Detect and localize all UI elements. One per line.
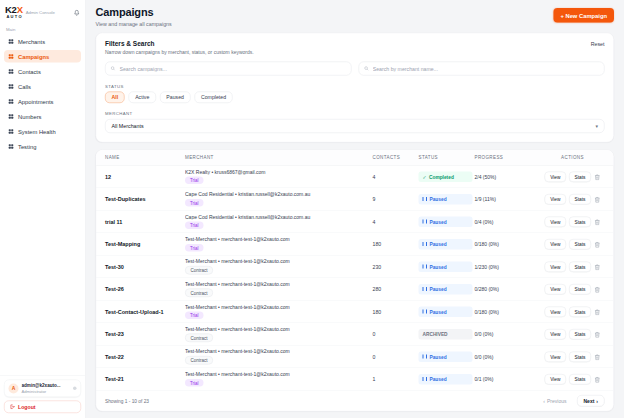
next-page-button[interactable]: Next› — [577, 395, 605, 407]
sidebar-item-system-health[interactable]: System Health — [4, 125, 81, 138]
status-badge: Paused — [419, 216, 473, 227]
logout-button[interactable]: Logout — [4, 401, 81, 414]
progress-text: 0/1 (0%) — [475, 376, 541, 382]
status-badge: Paused — [419, 194, 473, 205]
merchant-select[interactable]: All Merchants ▾ — [105, 119, 605, 133]
view-button[interactable]: View — [545, 194, 566, 205]
trash-icon[interactable] — [594, 308, 601, 315]
app-window: K2X AUTO Admin Console Main Merchants Ca… — [0, 0, 624, 418]
stats-button[interactable]: Stats — [569, 374, 591, 385]
sidebar-item-label: Merchants — [18, 38, 45, 45]
row-actions: View Stats — [541, 284, 605, 295]
merchant-cell: Cape Cod Residential • kristian.russell@… — [185, 192, 373, 207]
user-meta: admin@k2xauto... Administrator — [22, 383, 61, 394]
previous-page-button[interactable]: ‹Previous — [537, 395, 573, 407]
merchant-text: Test-Merchant • merchant-test-1@k2xauto.… — [185, 326, 367, 332]
status-chip-label: Active — [135, 95, 149, 101]
trash-icon[interactable] — [594, 353, 601, 360]
plan-badge: Trial — [185, 199, 204, 207]
view-button[interactable]: View — [545, 171, 566, 182]
row-actions: View Stats — [541, 194, 605, 205]
trash-icon[interactable] — [594, 286, 601, 293]
trash-icon[interactable] — [594, 241, 601, 248]
bell-icon[interactable] — [74, 9, 81, 16]
status-label: Paused — [430, 354, 447, 360]
status-chip-all[interactable]: All — [105, 92, 125, 104]
status-chip-active[interactable]: Active — [129, 92, 156, 104]
plan-badge: Trial — [185, 222, 204, 230]
search-icon — [111, 66, 116, 71]
view-button[interactable]: View — [545, 239, 566, 250]
status-cell: Paused — [419, 284, 475, 295]
trash-icon[interactable] — [594, 331, 601, 338]
view-button[interactable]: View — [545, 351, 566, 362]
status-chips: AllActivePausedCompleted — [105, 92, 605, 104]
view-button[interactable]: View — [545, 261, 566, 272]
contacts-count: 4 — [373, 219, 419, 225]
plan-badge: Contract — [185, 289, 213, 298]
sidebar-item-numbers[interactable]: Numbers — [4, 110, 81, 123]
grid-icon — [8, 113, 14, 119]
trash-icon[interactable] — [594, 263, 601, 270]
merchant-text: Test-Merchant • merchant-test-1@k2xauto.… — [185, 349, 367, 355]
view-button[interactable]: View — [545, 374, 566, 385]
sidebar-item-testing[interactable]: Testing — [4, 140, 81, 153]
new-campaign-button[interactable]: + New Campaign — [553, 8, 614, 23]
page-title: Campaigns — [96, 6, 172, 19]
stats-button[interactable]: Stats — [569, 329, 591, 340]
stats-button[interactable]: Stats — [569, 306, 591, 317]
stats-button[interactable]: Stats — [569, 171, 591, 182]
column-status: STATUS — [419, 155, 475, 160]
stats-button[interactable]: Stats — [569, 284, 591, 295]
sidebar-item-contacts[interactable]: Contacts — [4, 65, 81, 78]
campaign-name: Test-22 — [105, 354, 185, 360]
view-button[interactable]: View — [545, 306, 566, 317]
trash-icon[interactable] — [594, 376, 601, 383]
status-icon — [423, 355, 428, 359]
merchant-search-input[interactable] — [372, 65, 599, 72]
status-icon — [423, 287, 428, 291]
sidebar-item-label: Contacts — [18, 68, 41, 75]
view-button[interactable]: View — [545, 329, 566, 340]
stats-button[interactable]: Stats — [569, 261, 591, 272]
campaign-name: trial 11 — [105, 219, 185, 225]
status-chip-completed[interactable]: Completed — [194, 92, 232, 104]
status-cell: Paused — [419, 374, 475, 385]
campaign-name: Test-26 — [105, 286, 185, 292]
filters-title: Filters & Search — [105, 40, 605, 48]
stats-button[interactable]: Stats — [569, 239, 591, 250]
sidebar-item-calls[interactable]: Calls — [4, 80, 81, 93]
view-button[interactable]: View — [545, 216, 566, 227]
sidebar-item-appointments[interactable]: Appointments — [4, 95, 81, 108]
sidebar-nav: Merchants Campaigns Contacts Calls Appoi… — [0, 34, 85, 154]
column-actions: ACTIONS — [541, 155, 605, 160]
stats-button[interactable]: Stats — [569, 351, 591, 362]
progress-text: 1/9 (11%) — [475, 196, 541, 202]
table-row: Test-30 Test-Merchant • merchant-test-1@… — [96, 256, 614, 279]
view-button[interactable]: View — [545, 284, 566, 295]
sidebar-item-campaigns[interactable]: Campaigns — [4, 50, 81, 63]
status-cell: Paused — [419, 194, 475, 205]
search-icon — [364, 66, 369, 71]
row-actions: View Stats — [541, 171, 605, 182]
logout-label: Logout — [18, 404, 36, 410]
status-chip-paused[interactable]: Paused — [160, 92, 191, 104]
sidebar-item-merchants[interactable]: Merchants — [4, 35, 81, 48]
stats-button[interactable]: Stats — [569, 194, 591, 205]
trash-icon[interactable] — [594, 218, 601, 225]
progress-text: 1/230 (0%) — [475, 264, 541, 270]
campaign-search-input[interactable] — [119, 65, 346, 72]
table-header: NAME MERCHANT CONTACTS STATUS PROGRESS A… — [96, 150, 614, 166]
merchant-cell: K2X Realty • kruss6867@gmail.com Trial — [185, 169, 373, 184]
trash-icon[interactable] — [594, 196, 601, 203]
console-label: Admin Console — [26, 10, 71, 15]
status-label: Paused — [430, 241, 447, 247]
stats-button[interactable]: Stats — [569, 216, 591, 227]
user-card[interactable]: A admin@k2xauto... Administrator — [4, 380, 81, 398]
chevron-left-icon: ‹ — [543, 398, 545, 404]
sidebar-item-label: Numbers — [18, 113, 42, 120]
status-icon: ✓ — [423, 174, 427, 180]
trash-icon[interactable] — [594, 173, 601, 180]
reset-link[interactable]: Reset — [591, 41, 605, 47]
status-label: Paused — [430, 196, 447, 202]
